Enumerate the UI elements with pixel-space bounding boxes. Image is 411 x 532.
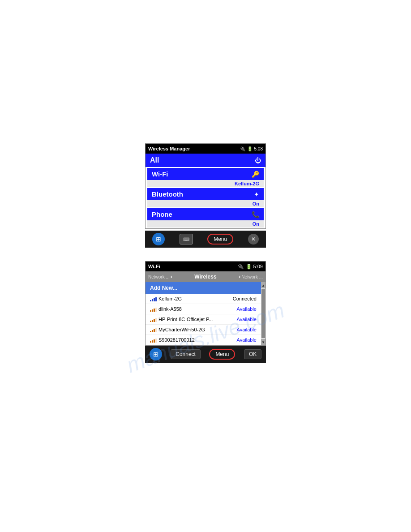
screen2-time: 5:09 [253,264,263,269]
phone-label: Phone [152,210,172,218]
phone-section: Phone 📞 On [146,208,265,227]
wifi-list-item[interactable]: S900281700012Available [146,335,261,345]
wifi-icon: 🔑 [252,171,259,178]
wireless-manager-body: All ⏻ Wi-Fi 🔑 Kellum-2G Bluetooth ✦ On [146,154,265,227]
windows-icon-1: ⊞ [156,236,161,243]
bluetooth-status: On [147,200,264,207]
wifi-connection-status: Available [237,306,257,312]
wifi-signal-icon [150,296,157,301]
all-label: All [150,156,159,164]
screen2-nav: Network ... ‹ Wireless › Network ... [146,271,265,282]
nav-right-chevron[interactable]: › [239,274,240,280]
wireless-manager-screen: Wireless Manager 🔌 🔋 5:08 All ⏻ Wi-Fi 🔑 … [145,143,266,229]
wifi-list-item[interactable]: dlink-A558Available [146,304,261,314]
wifi-signal-icon [150,317,157,322]
wifi-signal-icon [150,306,157,312]
wifi-header[interactable]: Wi-Fi 🔑 [147,168,264,180]
screen2-battery-icon: 🔋 [246,264,252,269]
screen2-title: Wi-Fi [148,264,160,269]
wifi-network-name: MyCharterWiFi50-2G [150,327,205,332]
taskbar1: ⊞ ⌨ Menu ✕ [145,231,266,248]
connect-button[interactable]: Connect [171,349,201,359]
close-icon-1: ✕ [251,236,256,242]
wifi-list-item[interactable]: HP-Print-8C-Officejet P...Available [146,314,261,325]
menu-button-1[interactable]: Menu [207,234,233,245]
screen2-titlebar: Wi-Fi 🔌 🔋 5:09 [146,262,265,271]
scroll-down[interactable]: ▼ [261,339,265,345]
wifi-ssid: MyCharterWiFi50-2G [158,327,205,332]
bluetooth-label: Bluetooth [152,190,183,198]
wifi-signal-icon [150,337,157,343]
battery-icon: 🔋 [247,146,253,151]
wifi-network-name: dlink-A558 [150,306,182,312]
taskbar2: ⊞ Connect Menu OK [145,346,266,363]
nav-left[interactable]: Network ... [148,275,170,279]
wifi-connection-status: Connected [233,296,257,301]
screen1-icons: 🔌 🔋 5:08 [240,146,263,151]
wifi-list: Add New... Kellum-2GConnecteddlink-A558A… [146,282,261,345]
screen1-time: 5:08 [254,146,263,151]
wifi-list-wrap: Add New... Kellum-2GConnecteddlink-A558A… [146,282,265,345]
phone-status: On [147,220,264,227]
wifi-list-item[interactable]: Kellum-2GConnected [146,294,261,304]
wifi-ssid: S900281700012 [158,337,195,343]
wifi-section: Wi-Fi 🔑 Kellum-2G [146,168,265,187]
keyboard-button-1[interactable]: ⌨ [180,234,193,245]
ok-button[interactable]: OK [244,349,261,359]
screen2-connectivity-icon: 🔌 [238,264,244,269]
wifi-ssid: HP-Print-8C-Officejet P... [158,317,213,322]
nav-center: Wireless [173,274,238,280]
screen1-title: Wireless Manager [148,146,190,151]
windows-button-2[interactable]: ⊞ [150,348,162,360]
wifi-ssid: Kellum-2G [158,296,182,301]
bluetooth-section: Bluetooth ✦ On [146,188,265,207]
nav-left-chevron[interactable]: ‹ [171,274,172,280]
screen2-icons: 🔌 🔋 5:09 [238,264,263,270]
wifi-screen: Wi-Fi 🔌 🔋 5:09 Network ... ‹ Wireless › … [145,261,266,346]
close-button-1[interactable]: ✕ [248,234,259,245]
wifi-label: Wi-Fi [152,170,168,178]
phone-icon: 📞 [252,211,259,218]
wifi-list-item[interactable]: MyCharterWiFi50-2GAvailable [146,325,261,335]
wifi-connection-status: Available [237,317,257,322]
bluetooth-icon: ✦ [254,191,259,198]
scrollbar[interactable]: ▲ ▼ [261,282,265,345]
wifi-network-name: Kellum-2G [150,296,182,301]
wifi-signal-icon [150,327,157,332]
scroll-up[interactable]: ▲ [261,282,265,288]
wifi-connection-status: Available [237,337,257,343]
scroll-thumb[interactable] [261,289,265,338]
wifi-network-name: HP-Print-8C-Officejet P... [150,317,213,322]
wifi-connection-status: Available [237,327,257,332]
nav-right[interactable]: Network ... [241,275,263,279]
all-row[interactable]: All ⏻ [146,154,265,167]
wifi-ssid: dlink-A558 [158,306,182,312]
windows-icon-2: ⊞ [153,351,158,358]
keyboard-icon-1: ⌨ [183,237,189,242]
screen1-titlebar: Wireless Manager 🔌 🔋 5:08 [146,144,265,154]
power-icon: ⏻ [255,157,261,164]
connectivity-icon: 🔌 [240,146,245,151]
wifi-status: Kellum-2G [147,180,264,187]
add-new-button[interactable]: Add New... [146,282,261,294]
page-container: manuals.live.com Wireless Manager 🔌 🔋 5:… [0,72,411,532]
phone-header[interactable]: Phone 📞 [147,208,264,220]
bluetooth-header[interactable]: Bluetooth ✦ [147,188,264,200]
windows-button-1[interactable]: ⊞ [152,233,165,245]
wifi-network-name: S900281700012 [150,337,195,343]
menu-button-2[interactable]: Menu [209,349,235,360]
